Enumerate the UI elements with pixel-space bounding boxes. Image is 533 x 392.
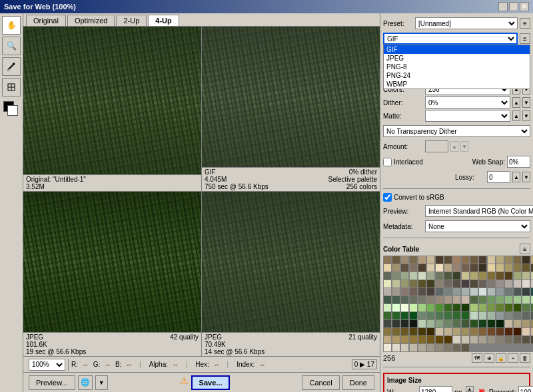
color-cell[interactable] [436,272,443,280]
color-cell[interactable] [470,312,478,319]
color-cell[interactable] [505,280,512,288]
color-cell[interactable] [496,336,504,343]
color-cell[interactable] [410,296,417,303]
color-cell[interactable] [392,320,400,327]
color-cell[interactable] [496,312,504,319]
color-cell[interactable] [522,328,530,335]
color-cell[interactable] [436,264,443,272]
color-table-menu[interactable]: ≡ [520,244,530,254]
color-cell[interactable] [479,280,486,288]
color-cell[interactable] [392,272,400,280]
matte-up[interactable]: ▲ [512,110,520,121]
color-cell[interactable] [427,256,434,264]
color-cell[interactable] [401,296,408,303]
color-cell[interactable] [401,256,408,264]
color-cell[interactable] [522,320,530,327]
format-option-png24[interactable]: PNG-24 [384,71,530,80]
color-cell[interactable] [505,264,512,272]
color-cell[interactable] [514,288,521,295]
color-cell[interactable] [410,272,417,280]
color-cell[interactable] [384,312,391,319]
minimize-button[interactable]: _ [498,2,508,11]
color-cell[interactable] [418,328,426,335]
color-cell[interactable] [505,296,512,303]
color-cell[interactable] [470,328,478,335]
color-cell[interactable] [488,264,495,272]
color-cell[interactable] [514,320,521,327]
color-cell[interactable] [488,272,495,280]
color-cell[interactable] [514,296,521,303]
color-cell[interactable] [392,312,400,319]
color-cell[interactable] [453,288,460,295]
color-cell[interactable] [418,256,426,264]
color-cell[interactable] [488,304,495,311]
color-cell[interactable] [505,320,512,327]
color-cell[interactable] [444,264,452,272]
color-cell[interactable] [444,328,452,335]
color-cell[interactable] [384,320,391,327]
color-cell[interactable] [514,264,521,272]
color-cell[interactable] [479,272,486,280]
color-cell[interactable] [479,336,486,343]
color-cell[interactable] [496,288,504,295]
color-cell[interactable] [453,328,460,335]
color-cell[interactable] [401,312,408,319]
color-cell[interactable] [427,264,434,272]
color-cell[interactable] [384,336,391,343]
color-cell[interactable] [496,320,504,327]
color-cell[interactable] [488,320,495,327]
color-cell[interactable] [410,344,417,351]
preset-select[interactable]: [Unnamed] [415,17,518,29]
color-cell[interactable] [392,336,400,343]
color-cell[interactable] [462,336,469,343]
color-cell[interactable] [462,304,469,311]
color-cell[interactable] [488,256,495,264]
browser-button[interactable]: 🌐 [78,375,93,390]
color-cell[interactable] [488,288,495,295]
metadata-select[interactable]: None [425,220,530,232]
color-cell[interactable] [418,304,426,311]
color-cell[interactable] [401,272,408,280]
color-cell[interactable] [427,320,434,327]
color-cell[interactable] [427,304,434,311]
dither-up[interactable]: ▲ [512,97,520,108]
color-cell[interactable] [444,272,452,280]
color-cell[interactable] [410,336,417,343]
color-cell[interactable] [453,336,460,343]
color-cell[interactable] [488,312,495,319]
color-cell[interactable] [496,296,504,303]
color-cell[interactable] [384,256,391,264]
color-cell[interactable] [462,272,469,280]
color-cell[interactable] [401,280,408,288]
color-cell[interactable] [462,328,469,335]
color-cell[interactable] [470,288,478,295]
format-select[interactable]: GIF JPEG PNG-8 PNG-24 WBMP [383,33,518,45]
color-cell[interactable] [401,320,408,327]
color-cell[interactable] [392,256,400,264]
color-snap-button[interactable]: ⊕ [484,353,494,363]
color-cell[interactable] [462,264,469,272]
zoom-tool[interactable]: 🔍 [2,37,21,55]
color-cell[interactable] [514,312,521,319]
color-cell[interactable] [470,336,478,343]
color-cell[interactable] [522,336,530,343]
color-cell[interactable] [453,256,460,264]
color-cell[interactable] [444,288,452,295]
color-cell[interactable] [453,344,460,351]
color-cell[interactable] [427,280,434,288]
color-cell[interactable] [522,280,530,288]
color-cell[interactable] [392,344,400,351]
format-option-gif[interactable]: GIF [384,45,530,54]
color-cell[interactable] [505,288,512,295]
color-cell[interactable] [444,344,452,351]
color-cell[interactable] [462,280,469,288]
color-cell[interactable] [427,328,434,335]
color-cell[interactable] [479,312,486,319]
color-cell[interactable] [436,256,443,264]
lossy-up[interactable]: ▲ [512,172,520,182]
format-option-jpeg[interactable]: JPEG [384,54,530,63]
color-cell[interactable] [453,280,460,288]
color-add-button[interactable]: + [508,353,518,363]
width-input[interactable] [419,386,452,392]
color-cell[interactable] [479,328,486,335]
